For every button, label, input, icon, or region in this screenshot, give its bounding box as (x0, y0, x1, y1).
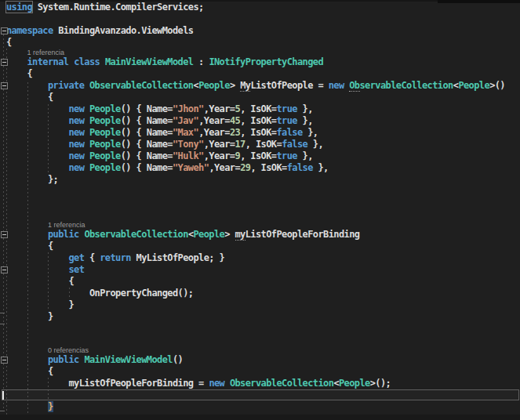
code-line: public MainViewViewModel() (0, 354, 520, 366)
code-token (84, 139, 89, 150)
code-line (0, 13, 520, 25)
code-token: private (48, 80, 84, 91)
code-token (100, 56, 105, 67)
code-line: } (0, 299, 520, 311)
code-token: ObservableCollection (89, 80, 194, 91)
code-token: >(); (370, 378, 391, 389)
code-token: , IsOK= (240, 103, 276, 114)
code-line (0, 186, 520, 197)
code-token: } (48, 311, 53, 322)
fold-collapse-icon[interactable] (1, 266, 8, 273)
code-token: , IsOK= (245, 139, 282, 150)
code-token: People (89, 162, 121, 173)
code-token: true (277, 115, 298, 126)
code-line: { (0, 92, 520, 103)
code-token: OnPropertyChanged(); (89, 288, 194, 299)
code-token: () { Name= (121, 115, 173, 126)
code-token: People (89, 115, 121, 126)
code-token: "Jhon" (173, 103, 204, 114)
codelens-references[interactable]: 0 referencias (0, 346, 520, 354)
code-token: ObservableCollection (230, 378, 334, 389)
code-token (84, 115, 89, 126)
code-token: ,Year= (209, 162, 240, 173)
code-line: myListOfPeopleForBinding = new Observabl… (0, 378, 520, 389)
code-token: > (224, 229, 235, 240)
code-line: internal class MainViewViewModel : INoti… (0, 56, 520, 68)
code-token: , IsOK= (240, 115, 276, 126)
code-line: { (0, 37, 520, 49)
fold-region-end-tick (0, 411, 5, 411)
code-line: namespace BindingAvanzado.ViewModels (0, 25, 520, 37)
code-token: MyListOfPeople; } (131, 252, 224, 263)
code-token: new (69, 139, 85, 150)
code-token: , IsOK= (240, 150, 276, 161)
code-token: ,Year= (198, 115, 230, 126)
code-token (224, 378, 230, 389)
code-token: get (69, 252, 85, 263)
code-line: new People() { Name="Max",Year=23, IsOK=… (0, 127, 520, 139)
fold-collapse-icon[interactable] (1, 59, 8, 66)
code-token: new (69, 127, 85, 138)
code-line: private ObservableCollection<People> MyL… (0, 80, 520, 92)
code-token: People (89, 103, 121, 114)
code-token: < (188, 229, 194, 240)
code-token: 0 referencias (48, 346, 89, 354)
code-token: }; (48, 174, 58, 185)
code-token: < (333, 378, 339, 389)
code-token: false (277, 127, 303, 138)
code-token: new (209, 378, 224, 389)
code-token: set (69, 264, 85, 275)
code-line (0, 335, 520, 346)
text-caret (2, 391, 4, 400)
code-token: namespace (6, 25, 53, 36)
indent-guide (48, 104, 49, 173)
code-line: public ObservableCollection<People> myLi… (0, 229, 520, 241)
fold-collapse-icon[interactable] (1, 357, 8, 364)
code-token: ,Year= (204, 150, 235, 161)
code-line: new People() { Name="Hulk",Year=9, IsOK=… (0, 150, 520, 162)
fold-collapse-icon[interactable] (1, 231, 8, 238)
code-token: } (48, 401, 53, 412)
code-token: { (84, 252, 100, 263)
codelens-references[interactable]: 1 referencia (0, 221, 520, 229)
code-token: }, (307, 139, 323, 150)
code-line: } (0, 311, 520, 323)
code-token (84, 162, 89, 173)
code-token: BindingAvanzado.ViewModels (53, 25, 194, 36)
code-token: My (240, 80, 250, 92)
code-token: new (329, 80, 344, 91)
code-token: 1 referencia (48, 221, 85, 229)
code-line: set (0, 264, 520, 276)
scrollbar-area[interactable] (0, 415, 520, 420)
code-token (84, 103, 89, 114)
code-token: () { Name= (121, 127, 173, 138)
outlining-margin-line (3, 34, 4, 409)
code-token (84, 80, 89, 91)
codelens-references[interactable]: 1 referencia (0, 49, 520, 56)
code-token: public (48, 354, 79, 365)
fold-collapse-icon[interactable] (1, 82, 8, 89)
code-token: MainViewViewModel (105, 56, 194, 67)
code-line: using System.Runtime.CompilerServices; (0, 2, 520, 13)
code-area[interactable]: using System.Runtime.CompilerServices;na… (0, 2, 520, 413)
code-token: }, (313, 162, 329, 173)
code-token: { (48, 92, 53, 103)
code-token: "Jav" (173, 115, 198, 126)
fold-collapse-icon[interactable] (1, 27, 8, 34)
code-token: false (282, 139, 307, 150)
code-token: 1 referencia (27, 49, 65, 56)
code-token: People (194, 229, 225, 240)
code-token: () { Name= (121, 150, 173, 161)
code-line: new People() { Name="Jhon",Year=5, IsOK=… (0, 103, 520, 115)
code-token: People (339, 378, 370, 389)
code-token: true (277, 150, 298, 161)
code-token: new (69, 103, 85, 114)
code-token: }, (297, 115, 313, 126)
code-token: servableCollection (360, 80, 453, 91)
code-token (84, 150, 89, 161)
code-token: "Tony" (173, 139, 204, 150)
code-token: class (74, 56, 100, 67)
code-token: >() (489, 80, 505, 91)
code-token: MainViewViewModel (84, 354, 173, 365)
indent-guide (48, 252, 49, 311)
